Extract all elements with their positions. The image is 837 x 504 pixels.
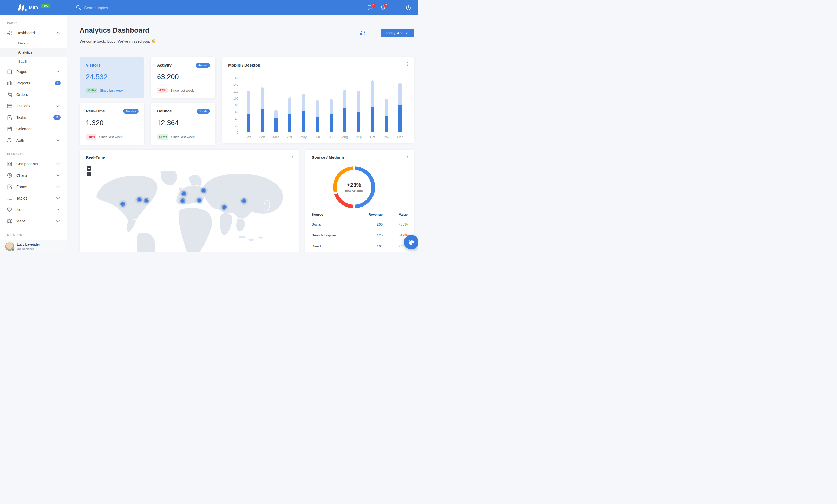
bar-segment-desktop xyxy=(302,94,305,111)
map-marker-4[interactable] xyxy=(182,192,185,195)
donut-chart: +23% new visitors xyxy=(333,166,375,208)
bar-segment-desktop xyxy=(261,87,264,109)
map-marker-5[interactable] xyxy=(181,199,184,203)
user-role: UX Designer xyxy=(17,247,40,251)
bar-aug[interactable]: Aug xyxy=(338,78,352,132)
chevron-down-icon xyxy=(55,104,60,109)
donut-center-caption: new visitors xyxy=(345,189,363,193)
header-divider xyxy=(79,51,414,51)
x-tick-label: Jun xyxy=(310,135,324,139)
stat-title: Bounce xyxy=(157,109,172,114)
shopping-cart-icon xyxy=(7,92,12,97)
map-marker-6[interactable] xyxy=(202,189,206,192)
map-zoom-in-button[interactable]: + xyxy=(87,166,91,171)
sidebar-user[interactable]: Lucy Lavender UX Designer xyxy=(0,240,67,252)
sidebar-item-label: Pages xyxy=(16,70,27,74)
users-icon xyxy=(7,138,12,143)
x-tick-label: Dec xyxy=(393,135,407,139)
map-marker-9[interactable] xyxy=(242,199,246,203)
stat-card-real-time: Real-Time Monthly 1.320 -18% Since last … xyxy=(79,104,144,145)
x-tick-label: Nov xyxy=(379,135,393,139)
messages-button[interactable]: 3 xyxy=(367,5,373,11)
sidebar-item-label: Dashboard xyxy=(16,31,35,35)
sidebar-item-orders[interactable]: Orders xyxy=(0,89,67,100)
sidebar-nav: PAGESDashboardDefaultAnalyticsSaaSPagesP… xyxy=(0,15,67,239)
sidebar-subitem-analytics[interactable]: Analytics xyxy=(0,48,67,57)
sidebar-item-label: Tasks xyxy=(16,115,26,119)
credit-card-icon xyxy=(7,104,12,109)
bar-segment-mobile xyxy=(330,114,333,132)
sidebar-item-components[interactable]: Components xyxy=(0,158,67,170)
sidebar-subitem-default[interactable]: Default xyxy=(0,39,67,48)
sidebar-item-tasks[interactable]: Tasks17 xyxy=(0,112,67,123)
refresh-button[interactable] xyxy=(360,31,366,36)
donut-center-value: +23% xyxy=(347,182,361,188)
brand-name: Mira xyxy=(29,5,38,11)
map-marker-3[interactable] xyxy=(144,199,148,202)
more-vertical-icon[interactable] xyxy=(405,61,410,67)
theme-settings-button[interactable] xyxy=(404,235,418,249)
sidebar-subitem-saas[interactable]: SaaS xyxy=(0,57,67,66)
bar-segment-desktop xyxy=(343,90,346,108)
sidebar-item-charts[interactable]: Charts xyxy=(0,170,67,181)
chevron-up-icon xyxy=(55,31,60,36)
bar-segment-desktop xyxy=(274,110,278,118)
sidebar-item-maps[interactable]: Maps xyxy=(0,216,67,227)
sidebar-item-label: Projects xyxy=(16,81,30,85)
language-button[interactable] xyxy=(393,5,398,11)
y-tick-label: 120 xyxy=(233,90,238,93)
bar-dec[interactable]: Dec xyxy=(393,78,407,132)
bar-jan[interactable]: Jan xyxy=(242,78,255,132)
map-zoom-out-button[interactable]: - xyxy=(87,172,91,176)
map-marker-8[interactable] xyxy=(222,205,226,209)
stat-card-activity: Activity Annual 63.200 -12% Since last w… xyxy=(151,57,215,98)
bar-jul[interactable]: Jul xyxy=(324,78,338,132)
y-tick-label: 0 xyxy=(236,131,238,134)
sidebar-item-dashboard[interactable]: Dashboard xyxy=(0,27,67,39)
notifications-button[interactable]: 7 xyxy=(380,5,386,11)
bar-apr[interactable]: Apr xyxy=(283,78,297,132)
user-name: Lucy Lavender xyxy=(17,242,40,247)
bar-segment-desktop xyxy=(371,80,374,107)
stat-caption: Since last week xyxy=(170,89,194,93)
brand[interactable]: Mira PRO xyxy=(0,4,67,11)
navbar-search xyxy=(76,5,173,10)
bar-segment-mobile xyxy=(261,109,264,132)
bar-segment-desktop xyxy=(398,83,402,106)
search-input[interactable] xyxy=(84,5,173,10)
more-vertical-icon[interactable] xyxy=(405,154,410,159)
palette-icon xyxy=(408,239,415,246)
bar-nov[interactable]: Nov xyxy=(379,78,393,132)
x-tick-label: Apr xyxy=(283,135,297,139)
more-vertical-icon[interactable] xyxy=(290,154,295,159)
sidebar-item-icons[interactable]: Icons xyxy=(0,204,67,216)
stat-delta: -12% xyxy=(157,88,168,93)
bar-jun[interactable]: Jun xyxy=(310,78,324,132)
map-marker-7[interactable] xyxy=(198,199,201,202)
sidebar-item-auth[interactable]: Auth xyxy=(0,135,67,146)
bar-mar[interactable]: Mar xyxy=(269,78,283,132)
sidebar-item-invoices[interactable]: Invoices xyxy=(0,100,67,112)
chevron-down-icon xyxy=(55,69,60,74)
period-badge: Yearly xyxy=(197,109,210,114)
x-tick-label: Mar xyxy=(269,135,283,139)
map-marker-2[interactable] xyxy=(138,198,141,201)
sidebar-item-pages[interactable]: Pages xyxy=(0,66,67,77)
sidebar-item-tables[interactable]: Tables xyxy=(0,192,67,204)
bar-oct[interactable]: Oct xyxy=(366,78,379,132)
y-tick-label: 60 xyxy=(235,111,238,114)
sidebar-item-calendar[interactable]: Calendar xyxy=(0,123,67,135)
chart-title: Mobile / Desktop xyxy=(228,63,260,68)
cell-source: Direct xyxy=(311,244,358,248)
real-time-map-card: Real-Time xyxy=(79,150,299,252)
bar-may[interactable]: May xyxy=(297,78,310,132)
bar-segment-mobile xyxy=(371,107,374,132)
sign-out-button[interactable] xyxy=(406,5,411,11)
sidebar-item-projects[interactable]: Projects8 xyxy=(0,77,67,89)
bar-feb[interactable]: Feb xyxy=(255,78,269,132)
sidebar-item-forms[interactable]: Forms xyxy=(0,181,67,192)
bar-sep[interactable]: Sep xyxy=(352,78,366,132)
filter-button[interactable] xyxy=(370,31,375,36)
cell-value: +46% xyxy=(382,244,408,248)
date-range-button[interactable]: Today: April 29 xyxy=(381,29,414,37)
